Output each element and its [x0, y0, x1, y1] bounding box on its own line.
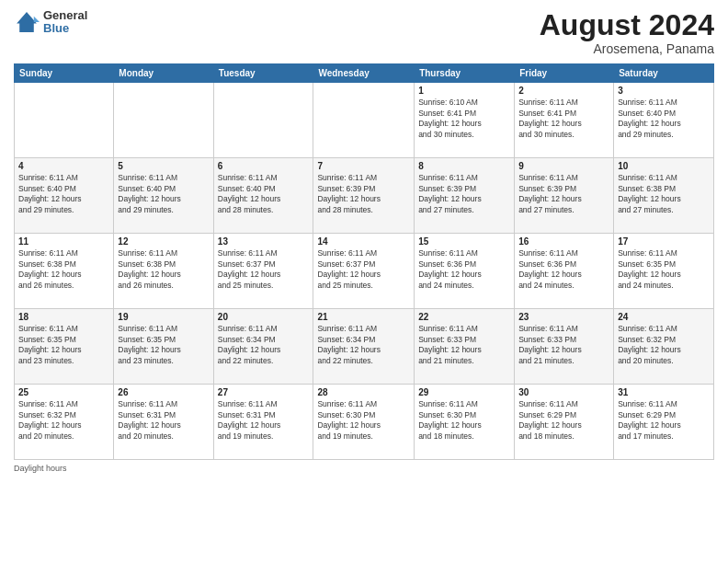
day-info: Sunrise: 6:11 AM Sunset: 6:35 PM Dayligh… [118, 324, 209, 366]
day-info: Sunrise: 6:11 AM Sunset: 6:40 PM Dayligh… [18, 173, 109, 215]
logo-text: General Blue [43, 9, 87, 36]
day-number: 13 [218, 236, 310, 247]
calendar-cell: 20Sunrise: 6:11 AM Sunset: 6:34 PM Dayli… [213, 309, 313, 385]
day-number: 11 [18, 236, 109, 247]
day-info: Sunrise: 6:11 AM Sunset: 6:38 PM Dayligh… [118, 248, 209, 291]
day-info: Sunrise: 6:11 AM Sunset: 6:37 PM Dayligh… [317, 248, 410, 291]
calendar-cell: 17Sunrise: 6:11 AM Sunset: 6:35 PM Dayli… [614, 234, 714, 309]
day-number: 25 [18, 387, 109, 397]
calendar-cell [213, 83, 313, 158]
calendar-cell: 5Sunrise: 6:11 AM Sunset: 6:40 PM Daylig… [114, 158, 213, 234]
day-number: 14 [317, 236, 410, 247]
day-number: 5 [118, 161, 209, 171]
day-number: 19 [118, 312, 209, 322]
day-info: Sunrise: 6:11 AM Sunset: 6:31 PM Dayligh… [218, 399, 310, 442]
calendar-cell: 30Sunrise: 6:11 AM Sunset: 6:29 PM Dayli… [515, 385, 614, 460]
calendar-cell: 24Sunrise: 6:11 AM Sunset: 6:32 PM Dayli… [614, 309, 714, 385]
day-number: 8 [418, 161, 510, 171]
calendar-cell: 21Sunrise: 6:11 AM Sunset: 6:34 PM Dayli… [313, 309, 415, 385]
day-number: 6 [218, 161, 310, 171]
calendar-cell: 4Sunrise: 6:11 AM Sunset: 6:40 PM Daylig… [15, 158, 114, 234]
calendar-header-thursday: Thursday [415, 64, 515, 83]
calendar-cell: 15Sunrise: 6:11 AM Sunset: 6:36 PM Dayli… [415, 234, 515, 309]
day-info: Sunrise: 6:11 AM Sunset: 6:29 PM Dayligh… [518, 399, 609, 442]
calendar-header-sunday: Sunday [15, 64, 114, 83]
title-block: August 2024 Arosemena, Panama [540, 9, 714, 56]
day-info: Sunrise: 6:11 AM Sunset: 6:30 PM Dayligh… [317, 399, 410, 442]
calendar-header-wednesday: Wednesday [313, 64, 415, 83]
day-info: Sunrise: 6:11 AM Sunset: 6:34 PM Dayligh… [218, 324, 310, 366]
day-info: Sunrise: 6:11 AM Sunset: 6:36 PM Dayligh… [418, 248, 510, 291]
month-title: August 2024 [540, 9, 714, 41]
logo: General Blue [14, 9, 87, 36]
day-number: 30 [518, 387, 609, 397]
calendar-week-1: 1Sunrise: 6:10 AM Sunset: 6:41 PM Daylig… [15, 83, 714, 158]
day-number: 18 [18, 312, 109, 322]
day-number: 9 [518, 161, 609, 171]
calendar-cell [15, 83, 114, 158]
calendar-cell: 18Sunrise: 6:11 AM Sunset: 6:35 PM Dayli… [15, 309, 114, 385]
day-number: 16 [518, 236, 609, 247]
day-number: 3 [618, 86, 710, 96]
calendar-cell: 3Sunrise: 6:11 AM Sunset: 6:40 PM Daylig… [614, 83, 714, 158]
calendar-cell: 2Sunrise: 6:11 AM Sunset: 6:41 PM Daylig… [515, 83, 614, 158]
calendar-header-tuesday: Tuesday [213, 64, 313, 83]
day-number: 4 [18, 161, 109, 171]
logo-general-text: General [43, 9, 87, 22]
day-number: 12 [118, 236, 209, 247]
day-info: Sunrise: 6:11 AM Sunset: 6:34 PM Dayligh… [317, 324, 410, 366]
logo-blue-text: Blue [43, 22, 87, 35]
day-info: Sunrise: 6:11 AM Sunset: 6:37 PM Dayligh… [218, 248, 310, 291]
calendar-cell [114, 83, 213, 158]
day-number: 24 [618, 312, 710, 322]
calendar-week-4: 18Sunrise: 6:11 AM Sunset: 6:35 PM Dayli… [15, 309, 714, 385]
day-info: Sunrise: 6:11 AM Sunset: 6:35 PM Dayligh… [18, 324, 109, 366]
page: General Blue August 2024 Arosemena, Pana… [0, 0, 728, 563]
calendar-cell: 13Sunrise: 6:11 AM Sunset: 6:37 PM Dayli… [213, 234, 313, 309]
calendar-cell: 19Sunrise: 6:11 AM Sunset: 6:35 PM Dayli… [114, 309, 213, 385]
day-info: Sunrise: 6:11 AM Sunset: 6:39 PM Dayligh… [518, 173, 609, 215]
day-info: Sunrise: 6:11 AM Sunset: 6:39 PM Dayligh… [418, 173, 510, 215]
day-number: 23 [518, 312, 609, 322]
calendar-cell: 1Sunrise: 6:10 AM Sunset: 6:41 PM Daylig… [415, 83, 515, 158]
calendar-header-friday: Friday [515, 64, 614, 83]
logo-icon [14, 9, 40, 35]
calendar-cell: 23Sunrise: 6:11 AM Sunset: 6:33 PM Dayli… [515, 309, 614, 385]
calendar-cell: 7Sunrise: 6:11 AM Sunset: 6:39 PM Daylig… [313, 158, 415, 234]
day-info: Sunrise: 6:11 AM Sunset: 6:39 PM Dayligh… [317, 173, 410, 215]
location: Arosemena, Panama [540, 41, 714, 56]
day-info: Sunrise: 6:11 AM Sunset: 6:35 PM Dayligh… [618, 248, 710, 291]
day-info: Sunrise: 6:11 AM Sunset: 6:30 PM Dayligh… [418, 399, 510, 442]
day-number: 29 [418, 387, 510, 397]
day-info: Sunrise: 6:11 AM Sunset: 6:40 PM Dayligh… [618, 98, 710, 140]
calendar-cell: 28Sunrise: 6:11 AM Sunset: 6:30 PM Dayli… [313, 385, 415, 460]
day-number: 20 [218, 312, 310, 322]
day-info: Sunrise: 6:11 AM Sunset: 6:32 PM Dayligh… [18, 399, 109, 442]
day-number: 28 [317, 387, 410, 397]
calendar-week-3: 11Sunrise: 6:11 AM Sunset: 6:38 PM Dayli… [15, 234, 714, 309]
calendar-cell: 26Sunrise: 6:11 AM Sunset: 6:31 PM Dayli… [114, 385, 213, 460]
day-number: 10 [618, 161, 710, 171]
day-info: Sunrise: 6:11 AM Sunset: 6:31 PM Dayligh… [118, 399, 209, 442]
day-number: 7 [317, 161, 410, 171]
calendar-cell: 9Sunrise: 6:11 AM Sunset: 6:39 PM Daylig… [515, 158, 614, 234]
day-number: 2 [518, 86, 609, 96]
calendar-cell: 25Sunrise: 6:11 AM Sunset: 6:32 PM Dayli… [15, 385, 114, 460]
calendar-cell: 29Sunrise: 6:11 AM Sunset: 6:30 PM Dayli… [415, 385, 515, 460]
calendar-table: SundayMondayTuesdayWednesdayThursdayFrid… [14, 63, 714, 460]
day-number: 31 [618, 387, 710, 397]
day-number: 15 [418, 236, 510, 247]
day-info: Sunrise: 6:11 AM Sunset: 6:38 PM Dayligh… [18, 248, 109, 291]
calendar-cell: 8Sunrise: 6:11 AM Sunset: 6:39 PM Daylig… [415, 158, 515, 234]
calendar-header-saturday: Saturday [614, 64, 714, 83]
calendar-cell: 6Sunrise: 6:11 AM Sunset: 6:40 PM Daylig… [213, 158, 313, 234]
svg-marker-0 [17, 12, 37, 32]
day-number: 1 [418, 86, 510, 96]
calendar-cell: 16Sunrise: 6:11 AM Sunset: 6:36 PM Dayli… [515, 234, 614, 309]
day-number: 27 [218, 387, 310, 397]
calendar-week-2: 4Sunrise: 6:11 AM Sunset: 6:40 PM Daylig… [15, 158, 714, 234]
calendar-cell: 14Sunrise: 6:11 AM Sunset: 6:37 PM Dayli… [313, 234, 415, 309]
calendar-cell: 22Sunrise: 6:11 AM Sunset: 6:33 PM Dayli… [415, 309, 515, 385]
day-info: Sunrise: 6:11 AM Sunset: 6:38 PM Dayligh… [618, 173, 710, 215]
calendar-cell: 12Sunrise: 6:11 AM Sunset: 6:38 PM Dayli… [114, 234, 213, 309]
